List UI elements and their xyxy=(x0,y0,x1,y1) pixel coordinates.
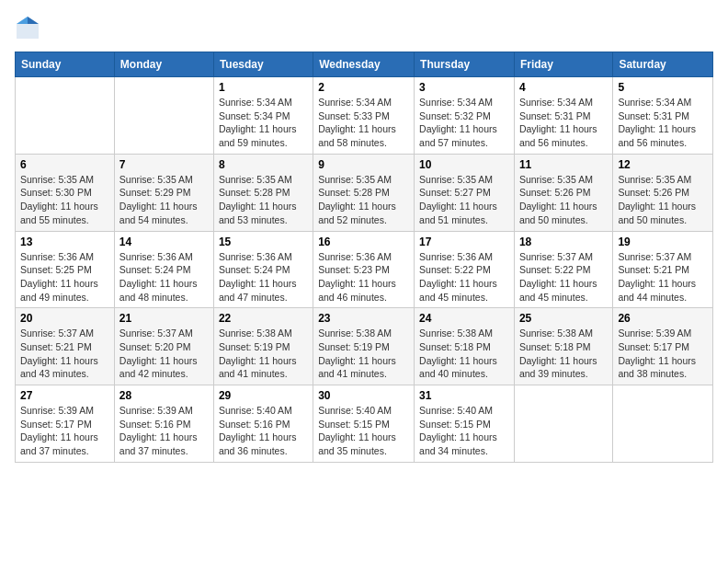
calendar-cell: 15Sunrise: 5:36 AMSunset: 5:24 PMDayligh… xyxy=(213,231,313,308)
calendar-cell: 30Sunrise: 5:40 AMSunset: 5:15 PMDayligh… xyxy=(313,385,415,463)
day-number: 8 xyxy=(219,158,308,171)
cell-content: Sunrise: 5:39 AMSunset: 5:16 PMDaylight:… xyxy=(119,404,209,458)
day-number: 19 xyxy=(618,236,708,248)
day-number: 15 xyxy=(219,236,308,248)
day-number: 1 xyxy=(219,81,308,94)
weekday-header-row: SundayMondayTuesdayWednesdayThursdayFrid… xyxy=(16,52,713,77)
day-number: 28 xyxy=(119,389,209,402)
cell-content: Sunrise: 5:34 AMSunset: 5:31 PMDaylight:… xyxy=(519,96,608,150)
calendar-week-2: 6Sunrise: 5:35 AMSunset: 5:30 PMDaylight… xyxy=(16,154,713,231)
calendar-cell: 23Sunrise: 5:38 AMSunset: 5:19 PMDayligh… xyxy=(313,308,415,385)
cell-content: Sunrise: 5:34 AMSunset: 5:32 PMDaylight:… xyxy=(419,96,509,150)
calendar-cell xyxy=(613,385,713,463)
cell-content: Sunrise: 5:39 AMSunset: 5:17 PMDaylight:… xyxy=(618,327,708,381)
weekday-header-sunday: Sunday xyxy=(16,52,115,77)
calendar-cell: 25Sunrise: 5:38 AMSunset: 5:18 PMDayligh… xyxy=(514,308,612,385)
calendar-cell: 11Sunrise: 5:35 AMSunset: 5:26 PMDayligh… xyxy=(514,154,612,231)
cell-content: Sunrise: 5:38 AMSunset: 5:19 PMDaylight:… xyxy=(219,327,308,381)
calendar-cell: 1Sunrise: 5:34 AMSunset: 5:34 PMDaylight… xyxy=(213,77,313,155)
day-number: 11 xyxy=(519,158,608,171)
cell-content: Sunrise: 5:40 AMSunset: 5:15 PMDaylight:… xyxy=(318,404,409,458)
cell-content: Sunrise: 5:35 AMSunset: 5:30 PMDaylight:… xyxy=(20,173,109,227)
day-number: 21 xyxy=(119,312,209,325)
calendar-cell: 4Sunrise: 5:34 AMSunset: 5:31 PMDaylight… xyxy=(514,77,612,155)
cell-content: Sunrise: 5:38 AMSunset: 5:19 PMDaylight:… xyxy=(318,327,409,381)
day-number: 20 xyxy=(20,312,109,325)
cell-content: Sunrise: 5:34 AMSunset: 5:34 PMDaylight:… xyxy=(219,96,308,150)
calendar-week-4: 20Sunrise: 5:37 AMSunset: 5:21 PMDayligh… xyxy=(16,308,713,385)
calendar-cell xyxy=(114,77,213,155)
calendar-cell: 5Sunrise: 5:34 AMSunset: 5:31 PMDaylight… xyxy=(613,77,713,155)
weekday-header-thursday: Thursday xyxy=(415,52,515,77)
cell-content: Sunrise: 5:36 AMSunset: 5:24 PMDaylight:… xyxy=(119,250,209,304)
day-number: 24 xyxy=(419,312,509,325)
calendar-cell: 12Sunrise: 5:35 AMSunset: 5:26 PMDayligh… xyxy=(613,154,713,231)
day-number: 16 xyxy=(318,236,409,248)
day-number: 18 xyxy=(519,236,608,248)
cell-content: Sunrise: 5:36 AMSunset: 5:24 PMDaylight:… xyxy=(219,250,308,304)
calendar-cell: 9Sunrise: 5:35 AMSunset: 5:28 PMDaylight… xyxy=(313,154,415,231)
svg-marker-1 xyxy=(28,17,39,24)
calendar-cell: 14Sunrise: 5:36 AMSunset: 5:24 PMDayligh… xyxy=(114,231,213,308)
day-number: 13 xyxy=(20,236,109,248)
day-number: 27 xyxy=(20,389,109,402)
day-number: 22 xyxy=(219,312,308,325)
calendar-cell: 24Sunrise: 5:38 AMSunset: 5:18 PMDayligh… xyxy=(415,308,515,385)
cell-content: Sunrise: 5:37 AMSunset: 5:21 PMDaylight:… xyxy=(618,250,708,304)
weekday-header-saturday: Saturday xyxy=(613,52,713,77)
day-number: 10 xyxy=(419,158,509,171)
cell-content: Sunrise: 5:37 AMSunset: 5:21 PMDaylight:… xyxy=(20,327,109,381)
cell-content: Sunrise: 5:34 AMSunset: 5:33 PMDaylight:… xyxy=(318,96,409,150)
day-number: 23 xyxy=(318,312,409,325)
calendar-cell: 22Sunrise: 5:38 AMSunset: 5:19 PMDayligh… xyxy=(213,308,313,385)
svg-marker-2 xyxy=(17,17,28,24)
day-number: 17 xyxy=(419,236,509,248)
calendar-cell: 26Sunrise: 5:39 AMSunset: 5:17 PMDayligh… xyxy=(613,308,713,385)
cell-content: Sunrise: 5:40 AMSunset: 5:16 PMDaylight:… xyxy=(219,404,308,458)
calendar-cell: 2Sunrise: 5:34 AMSunset: 5:33 PMDaylight… xyxy=(313,77,415,155)
calendar-cell: 18Sunrise: 5:37 AMSunset: 5:22 PMDayligh… xyxy=(514,231,612,308)
calendar-cell: 10Sunrise: 5:35 AMSunset: 5:27 PMDayligh… xyxy=(415,154,515,231)
cell-content: Sunrise: 5:35 AMSunset: 5:26 PMDaylight:… xyxy=(618,173,708,227)
calendar-cell: 27Sunrise: 5:39 AMSunset: 5:17 PMDayligh… xyxy=(16,385,115,463)
calendar-cell: 19Sunrise: 5:37 AMSunset: 5:21 PMDayligh… xyxy=(613,231,713,308)
day-number: 29 xyxy=(219,389,308,402)
logo xyxy=(15,15,44,40)
calendar-cell: 28Sunrise: 5:39 AMSunset: 5:16 PMDayligh… xyxy=(114,385,213,463)
day-number: 14 xyxy=(119,236,209,248)
weekday-header-monday: Monday xyxy=(114,52,213,77)
day-number: 5 xyxy=(618,81,708,94)
cell-content: Sunrise: 5:36 AMSunset: 5:22 PMDaylight:… xyxy=(419,250,509,304)
calendar-cell: 8Sunrise: 5:35 AMSunset: 5:28 PMDaylight… xyxy=(213,154,313,231)
logo-icon xyxy=(15,15,40,40)
weekday-header-wednesday: Wednesday xyxy=(313,52,415,77)
calendar-cell xyxy=(16,77,115,155)
cell-content: Sunrise: 5:35 AMSunset: 5:28 PMDaylight:… xyxy=(219,173,308,227)
calendar-cell: 31Sunrise: 5:40 AMSunset: 5:15 PMDayligh… xyxy=(415,385,515,463)
cell-content: Sunrise: 5:39 AMSunset: 5:17 PMDaylight:… xyxy=(20,404,109,458)
day-number: 3 xyxy=(419,81,509,94)
cell-content: Sunrise: 5:38 AMSunset: 5:18 PMDaylight:… xyxy=(419,327,509,381)
day-number: 30 xyxy=(318,389,409,402)
calendar-cell xyxy=(514,385,612,463)
calendar-cell: 13Sunrise: 5:36 AMSunset: 5:25 PMDayligh… xyxy=(16,231,115,308)
day-number: 6 xyxy=(20,158,109,171)
calendar-cell: 3Sunrise: 5:34 AMSunset: 5:32 PMDaylight… xyxy=(415,77,515,155)
page-header xyxy=(15,15,713,40)
calendar-week-1: 1Sunrise: 5:34 AMSunset: 5:34 PMDaylight… xyxy=(16,77,713,155)
cell-content: Sunrise: 5:35 AMSunset: 5:29 PMDaylight:… xyxy=(119,173,209,227)
cell-content: Sunrise: 5:34 AMSunset: 5:31 PMDaylight:… xyxy=(618,96,708,150)
day-number: 2 xyxy=(318,81,409,94)
cell-content: Sunrise: 5:35 AMSunset: 5:27 PMDaylight:… xyxy=(419,173,509,227)
day-number: 25 xyxy=(519,312,608,325)
calendar-week-5: 27Sunrise: 5:39 AMSunset: 5:17 PMDayligh… xyxy=(16,385,713,463)
cell-content: Sunrise: 5:37 AMSunset: 5:22 PMDaylight:… xyxy=(519,250,608,304)
calendar-cell: 20Sunrise: 5:37 AMSunset: 5:21 PMDayligh… xyxy=(16,308,115,385)
cell-content: Sunrise: 5:36 AMSunset: 5:23 PMDaylight:… xyxy=(318,250,409,304)
cell-content: Sunrise: 5:35 AMSunset: 5:26 PMDaylight:… xyxy=(519,173,608,227)
calendar-cell: 29Sunrise: 5:40 AMSunset: 5:16 PMDayligh… xyxy=(213,385,313,463)
day-number: 4 xyxy=(519,81,608,94)
calendar-cell: 7Sunrise: 5:35 AMSunset: 5:29 PMDaylight… xyxy=(114,154,213,231)
calendar-week-3: 13Sunrise: 5:36 AMSunset: 5:25 PMDayligh… xyxy=(16,231,713,308)
calendar-cell: 17Sunrise: 5:36 AMSunset: 5:22 PMDayligh… xyxy=(415,231,515,308)
